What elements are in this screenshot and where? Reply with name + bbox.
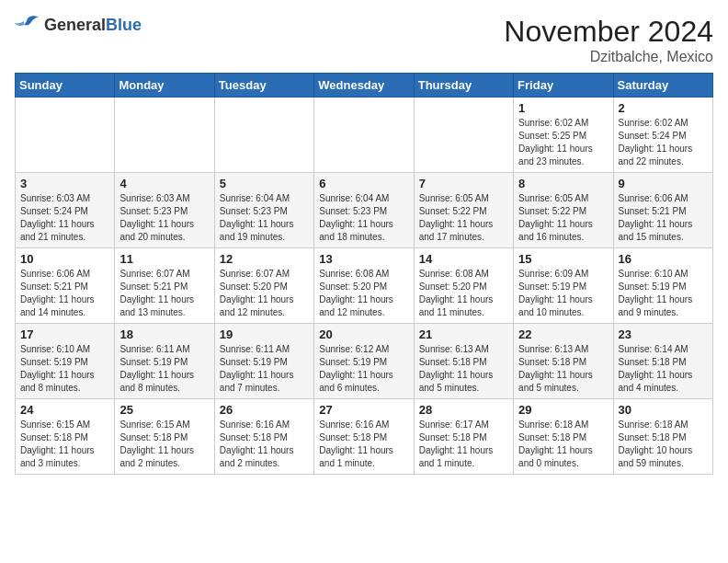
calendar-cell bbox=[314, 98, 414, 173]
logo-text: GeneralBlue bbox=[44, 16, 142, 35]
day-number: 1 bbox=[518, 101, 608, 115]
calendar-cell: 12Sunrise: 6:07 AM Sunset: 5:20 PM Dayli… bbox=[214, 248, 313, 324]
calendar-cell: 29Sunrise: 6:18 AM Sunset: 5:18 PM Dayli… bbox=[514, 399, 613, 475]
day-number: 19 bbox=[220, 327, 309, 341]
calendar-cell: 15Sunrise: 6:09 AM Sunset: 5:19 PM Dayli… bbox=[514, 248, 613, 324]
day-info: Sunrise: 6:18 AM Sunset: 5:18 PM Dayligh… bbox=[518, 419, 608, 470]
day-info: Sunrise: 6:05 AM Sunset: 5:22 PM Dayligh… bbox=[518, 192, 608, 244]
calendar-cell: 3Sunrise: 6:03 AM Sunset: 5:24 PM Daylig… bbox=[16, 173, 115, 248]
logo: GeneralBlue bbox=[15, 15, 142, 35]
calendar-cell: 21Sunrise: 6:13 AM Sunset: 5:18 PM Dayli… bbox=[414, 324, 513, 399]
day-info: Sunrise: 6:02 AM Sunset: 5:25 PM Dayligh… bbox=[518, 117, 608, 168]
day-info: Sunrise: 6:08 AM Sunset: 5:20 PM Dayligh… bbox=[319, 268, 408, 319]
day-info: Sunrise: 6:14 AM Sunset: 5:18 PM Dayligh… bbox=[619, 343, 708, 395]
calendar-cell: 22Sunrise: 6:13 AM Sunset: 5:18 PM Dayli… bbox=[514, 324, 613, 399]
calendar-cell: 14Sunrise: 6:08 AM Sunset: 5:20 PM Dayli… bbox=[414, 248, 513, 324]
day-number: 16 bbox=[619, 252, 708, 266]
weekday-header-wednesday: Wednesday bbox=[314, 74, 414, 98]
calendar-cell: 11Sunrise: 6:07 AM Sunset: 5:21 PM Dayli… bbox=[115, 248, 214, 324]
day-number: 4 bbox=[119, 177, 209, 190]
day-info: Sunrise: 6:11 AM Sunset: 5:19 PM Dayligh… bbox=[220, 343, 309, 395]
day-number: 8 bbox=[518, 177, 608, 190]
day-number: 13 bbox=[319, 252, 408, 266]
calendar-cell: 17Sunrise: 6:10 AM Sunset: 5:19 PM Dayli… bbox=[16, 324, 115, 399]
day-number: 30 bbox=[619, 403, 708, 417]
day-info: Sunrise: 6:15 AM Sunset: 5:18 PM Dayligh… bbox=[119, 419, 209, 470]
day-number: 27 bbox=[319, 403, 408, 417]
day-number: 12 bbox=[220, 252, 309, 266]
weekday-header-row: SundayMondayTuesdayWednesdayThursdayFrid… bbox=[16, 74, 713, 98]
day-info: Sunrise: 6:12 AM Sunset: 5:19 PM Dayligh… bbox=[319, 343, 408, 395]
day-number: 24 bbox=[20, 403, 109, 417]
day-info: Sunrise: 6:08 AM Sunset: 5:20 PM Dayligh… bbox=[419, 268, 508, 319]
day-number: 2 bbox=[619, 101, 708, 115]
weekday-header-sunday: Sunday bbox=[16, 74, 115, 98]
weekday-header-tuesday: Tuesday bbox=[214, 74, 313, 98]
week-row-4: 17Sunrise: 6:10 AM Sunset: 5:19 PM Dayli… bbox=[16, 324, 713, 399]
weekday-header-monday: Monday bbox=[115, 74, 214, 98]
day-info: Sunrise: 6:15 AM Sunset: 5:18 PM Dayligh… bbox=[20, 419, 109, 470]
calendar-cell: 10Sunrise: 6:06 AM Sunset: 5:21 PM Dayli… bbox=[16, 248, 115, 324]
day-number: 18 bbox=[119, 327, 209, 341]
week-row-2: 3Sunrise: 6:03 AM Sunset: 5:24 PM Daylig… bbox=[16, 173, 713, 248]
calendar-cell: 25Sunrise: 6:15 AM Sunset: 5:18 PM Dayli… bbox=[115, 399, 214, 475]
day-info: Sunrise: 6:16 AM Sunset: 5:18 PM Dayligh… bbox=[220, 419, 309, 470]
day-info: Sunrise: 6:06 AM Sunset: 5:21 PM Dayligh… bbox=[619, 192, 708, 244]
day-number: 5 bbox=[220, 177, 309, 190]
day-info: Sunrise: 6:17 AM Sunset: 5:18 PM Dayligh… bbox=[419, 419, 508, 470]
day-number: 21 bbox=[419, 327, 508, 341]
day-number: 7 bbox=[419, 177, 508, 190]
day-info: Sunrise: 6:02 AM Sunset: 5:24 PM Dayligh… bbox=[619, 117, 708, 168]
logo-bird-icon bbox=[15, 15, 40, 35]
calendar-cell bbox=[115, 98, 214, 173]
calendar-cell: 27Sunrise: 6:16 AM Sunset: 5:18 PM Dayli… bbox=[314, 399, 414, 475]
calendar-cell: 4Sunrise: 6:03 AM Sunset: 5:23 PM Daylig… bbox=[115, 173, 214, 248]
day-info: Sunrise: 6:10 AM Sunset: 5:19 PM Dayligh… bbox=[619, 268, 708, 319]
calendar-cell: 23Sunrise: 6:14 AM Sunset: 5:18 PM Dayli… bbox=[613, 324, 712, 399]
calendar-cell bbox=[414, 98, 513, 173]
day-number: 9 bbox=[619, 177, 708, 190]
day-number: 15 bbox=[518, 252, 608, 266]
day-number: 22 bbox=[518, 327, 608, 341]
day-info: Sunrise: 6:07 AM Sunset: 5:20 PM Dayligh… bbox=[220, 268, 309, 319]
calendar-cell: 26Sunrise: 6:16 AM Sunset: 5:18 PM Dayli… bbox=[214, 399, 313, 475]
calendar-cell: 6Sunrise: 6:04 AM Sunset: 5:23 PM Daylig… bbox=[314, 173, 414, 248]
weekday-header-saturday: Saturday bbox=[613, 74, 712, 98]
day-info: Sunrise: 6:13 AM Sunset: 5:18 PM Dayligh… bbox=[419, 343, 508, 395]
location-title: Dzitbalche, Mexico bbox=[504, 49, 713, 65]
calendar-cell: 1Sunrise: 6:02 AM Sunset: 5:25 PM Daylig… bbox=[514, 98, 613, 173]
month-title: November 2024 bbox=[504, 15, 713, 49]
day-info: Sunrise: 6:13 AM Sunset: 5:18 PM Dayligh… bbox=[518, 343, 608, 395]
week-row-3: 10Sunrise: 6:06 AM Sunset: 5:21 PM Dayli… bbox=[16, 248, 713, 324]
day-info: Sunrise: 6:11 AM Sunset: 5:19 PM Dayligh… bbox=[119, 343, 209, 395]
day-number: 6 bbox=[319, 177, 408, 190]
calendar-cell: 7Sunrise: 6:05 AM Sunset: 5:22 PM Daylig… bbox=[414, 173, 513, 248]
calendar-cell: 2Sunrise: 6:02 AM Sunset: 5:24 PM Daylig… bbox=[613, 98, 712, 173]
week-row-1: 1Sunrise: 6:02 AM Sunset: 5:25 PM Daylig… bbox=[16, 98, 713, 173]
day-number: 14 bbox=[419, 252, 508, 266]
day-number: 20 bbox=[319, 327, 408, 341]
calendar-cell: 13Sunrise: 6:08 AM Sunset: 5:20 PM Dayli… bbox=[314, 248, 414, 324]
day-info: Sunrise: 6:18 AM Sunset: 5:18 PM Dayligh… bbox=[619, 419, 708, 470]
logo-blue: Blue bbox=[106, 16, 142, 34]
title-area: November 2024 Dzitbalche, Mexico bbox=[504, 15, 713, 65]
page-header: GeneralBlue November 2024 Dzitbalche, Me… bbox=[15, 15, 713, 65]
logo-general: General bbox=[44, 16, 106, 34]
weekday-header-friday: Friday bbox=[514, 74, 613, 98]
calendar-cell: 30Sunrise: 6:18 AM Sunset: 5:18 PM Dayli… bbox=[613, 399, 712, 475]
calendar-cell bbox=[16, 98, 115, 173]
day-number: 10 bbox=[20, 252, 109, 266]
day-number: 17 bbox=[20, 327, 109, 341]
calendar-cell: 28Sunrise: 6:17 AM Sunset: 5:18 PM Dayli… bbox=[414, 399, 513, 475]
day-info: Sunrise: 6:04 AM Sunset: 5:23 PM Dayligh… bbox=[319, 192, 408, 244]
calendar-cell: 18Sunrise: 6:11 AM Sunset: 5:19 PM Dayli… bbox=[115, 324, 214, 399]
day-info: Sunrise: 6:16 AM Sunset: 5:18 PM Dayligh… bbox=[319, 419, 408, 470]
week-row-5: 24Sunrise: 6:15 AM Sunset: 5:18 PM Dayli… bbox=[16, 399, 713, 475]
day-number: 29 bbox=[518, 403, 608, 417]
day-info: Sunrise: 6:06 AM Sunset: 5:21 PM Dayligh… bbox=[20, 268, 109, 319]
calendar-table: SundayMondayTuesdayWednesdayThursdayFrid… bbox=[15, 73, 713, 475]
day-number: 3 bbox=[20, 177, 109, 190]
day-info: Sunrise: 6:10 AM Sunset: 5:19 PM Dayligh… bbox=[20, 343, 109, 395]
day-info: Sunrise: 6:07 AM Sunset: 5:21 PM Dayligh… bbox=[119, 268, 209, 319]
day-info: Sunrise: 6:03 AM Sunset: 5:23 PM Dayligh… bbox=[119, 192, 209, 244]
